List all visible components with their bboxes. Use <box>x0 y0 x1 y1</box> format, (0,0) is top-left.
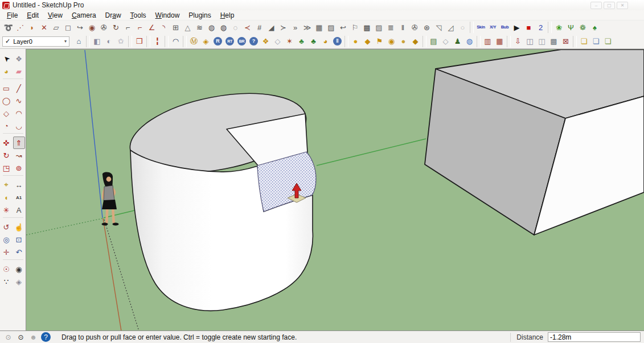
textured-square-tool-icon[interactable]: ▦ <box>313 21 325 34</box>
striped-fan-tool-icon[interactable]: ◿ <box>445 21 457 34</box>
blue-r-icon[interactable]: R <box>214 37 222 46</box>
double-arrow-tool-icon[interactable]: » <box>289 21 301 34</box>
play-button-icon[interactable]: ▶ <box>511 21 523 34</box>
wedge-tool-icon[interactable]: ◢ <box>265 21 277 34</box>
gold-coin-icon[interactable]: ◉ <box>385 35 397 48</box>
arc-dome-icon[interactable]: ◠ <box>170 35 182 48</box>
tape-measure-icon[interactable]: ⌖ <box>1 179 13 191</box>
arc-2-tool-icon[interactable]: ◡ <box>13 119 25 132</box>
arc-tool-icon[interactable]: ◠ <box>13 107 25 119</box>
model-viewport[interactable] <box>26 49 644 330</box>
red-texture-box-icon[interactable]: ▥ <box>482 35 494 48</box>
zoom-tool-icon[interactable]: ◎ <box>1 233 13 246</box>
plant-bush-icon[interactable]: ♠ <box>589 21 601 34</box>
dimension-tool-icon[interactable]: ↔ <box>13 179 25 191</box>
red-grid-box-icon[interactable]: ▦ <box>494 35 506 48</box>
close-button[interactable]: ✕ <box>617 2 628 9</box>
zoom-extents-icon[interactable]: ✛ <box>1 246 13 258</box>
face-camera-3-icon[interactable]: ✩ <box>115 35 127 48</box>
red-cut-tool-icon[interactable]: ✕ <box>38 21 50 34</box>
text-tool-icon[interactable]: A1 <box>13 191 25 204</box>
flag-tool-icon[interactable]: ⚐ <box>349 21 361 34</box>
blue-rt-icon[interactable]: RT <box>225 37 234 46</box>
skin-tool-icon[interactable]: Skin <box>475 21 487 34</box>
walk-tool-icon[interactable]: ∵ <box>1 275 13 288</box>
menu-tools[interactable]: Tools <box>126 11 151 19</box>
maximize-button[interactable]: ▢ <box>604 2 615 9</box>
select-tool-icon[interactable]: ➤ <box>1 52 13 65</box>
cube-yellow-icon[interactable]: ❏ <box>578 35 590 48</box>
stop-button-icon[interactable]: ■ <box>523 21 535 34</box>
cube-green-icon[interactable]: ❏ <box>602 35 614 48</box>
spoke-arrows-tool-icon[interactable]: ⊛ <box>421 21 433 34</box>
gold-gem-icon[interactable]: ◈ <box>200 35 212 48</box>
curl-arrow-tool-icon[interactable]: ↻ <box>110 21 122 34</box>
offset-tool-icon[interactable]: ⊚ <box>13 162 25 174</box>
chevron-down-icon[interactable]: ▾ <box>64 39 67 44</box>
circle-tool-icon[interactable]: ◯ <box>1 94 13 107</box>
small-curl-tool-icon[interactable]: ↩ <box>337 21 349 34</box>
menu-camera[interactable]: Camera <box>67 11 101 19</box>
measurements-input[interactable] <box>548 332 641 342</box>
plant-turnip-icon[interactable]: ❀ <box>553 21 565 34</box>
menu-file[interactable]: File <box>2 11 22 19</box>
vertical-bars-tool-icon[interactable]: ‖ <box>397 21 409 34</box>
landscape-icon[interactable]: ▤ <box>428 35 440 48</box>
fence-tool-icon[interactable]: # <box>253 21 265 34</box>
help-icon[interactable]: ? <box>41 332 51 342</box>
orange-sweep-tool-icon[interactable]: ◗ <box>26 21 38 34</box>
line-tool-icon[interactable]: ╱ <box>13 82 25 94</box>
orbit-tool-icon[interactable]: ↺ <box>1 221 13 233</box>
house-info-icon[interactable]: ⌂ <box>73 35 85 48</box>
bubble-tool-icon[interactable]: Bub <box>499 21 511 34</box>
xy-tool-icon[interactable]: X/Y <box>487 21 499 34</box>
arrow-tool-icon[interactable]: ≻ <box>277 21 289 34</box>
outline-shape-tool-icon[interactable]: ◻ <box>62 21 74 34</box>
hatch-square-tool-icon[interactable]: ▨ <box>373 21 385 34</box>
person-plant-icon[interactable]: ♟ <box>452 35 463 48</box>
geolocation-icon[interactable]: ⊙ <box>3 332 13 342</box>
knot-tool-icon[interactable]: ✇ <box>98 21 110 34</box>
pale-octagon-tool-icon[interactable]: ○ <box>457 21 469 34</box>
blue-br-icon[interactable]: BR <box>237 37 246 46</box>
dotted-arc-tool-icon[interactable]: ⋰ <box>14 21 26 34</box>
look-around-icon[interactable]: ◉ <box>13 263 25 275</box>
paint-bucket-icon[interactable]: ◕ <box>1 65 13 77</box>
gold-clock-icon[interactable]: ◕ <box>319 35 331 48</box>
menu-plugins[interactable]: Plugins <box>184 11 215 19</box>
corner-red-tool-icon[interactable]: ⌐ <box>134 21 146 34</box>
red-posts-icon[interactable]: ╏ <box>151 35 163 48</box>
knot-2-tool-icon[interactable]: ✇ <box>409 21 421 34</box>
gold-sphere-2-icon[interactable]: ● <box>397 35 409 48</box>
plant-swirl-icon[interactable]: ❁ <box>577 21 589 34</box>
sign-in-icon[interactable]: ☻ <box>28 332 38 342</box>
protractor-icon[interactable]: ◖ <box>1 191 13 204</box>
gold-saucer-icon[interactable]: ◆ <box>362 35 374 48</box>
axes-tool-icon[interactable]: ✳ <box>1 204 13 216</box>
cube-blue-icon[interactable]: ❏ <box>590 35 602 48</box>
red-bracket-tool-icon[interactable]: ≺ <box>241 21 253 34</box>
pan-tool-icon[interactable]: ☝ <box>13 221 25 233</box>
menu-draw[interactable]: Draw <box>101 11 126 19</box>
freehand-tool-icon[interactable]: ∿ <box>13 94 25 107</box>
section-plane-icon[interactable]: ◈ <box>13 275 25 288</box>
rotate-tool-icon[interactable]: ↻ <box>1 149 13 162</box>
face-camera-2-icon[interactable]: ◐ <box>103 35 115 48</box>
three-d-text-icon[interactable]: A <box>13 204 25 216</box>
blue-question-icon[interactable]: ? <box>249 37 258 46</box>
outline-polygon-tool-icon[interactable]: ▱ <box>50 21 62 34</box>
menu-help[interactable]: Help <box>216 11 239 19</box>
box-red-arrow-icon[interactable]: ⇩ <box>512 35 524 48</box>
move-tool-icon[interactable]: ✜ <box>1 137 13 149</box>
layer-dropdown[interactable]: ✓ Layer0 ▾ <box>2 36 69 47</box>
gold-sphere-icon[interactable]: ● <box>350 35 362 48</box>
curl-tool-icon[interactable]: ↪ <box>74 21 86 34</box>
outline-curl-tool-icon[interactable]: ◌ <box>229 21 241 34</box>
red-curve-tool-icon[interactable]: ◝ <box>158 21 170 34</box>
rectangle-tool-icon[interactable]: ▭ <box>1 82 13 94</box>
gold-flag-icon[interactable]: ⚑ <box>374 35 385 48</box>
triple-arrow-tool-icon[interactable]: ≫ <box>301 21 313 34</box>
stripes-tool-icon[interactable]: ▨ <box>325 21 337 34</box>
corner-lines-tool-icon[interactable]: ⌐ <box>122 21 134 34</box>
wave-texture-tool-icon[interactable]: ≋ <box>194 21 206 34</box>
